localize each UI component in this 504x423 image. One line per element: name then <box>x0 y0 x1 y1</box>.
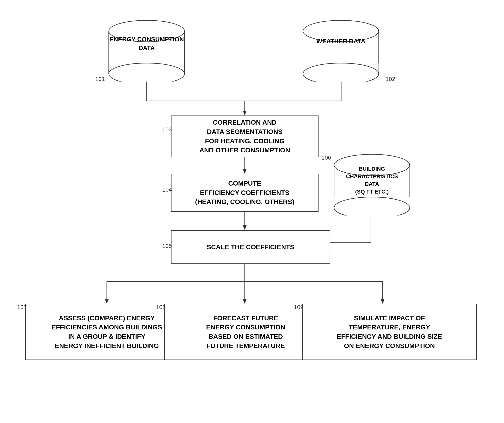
svg-marker-17 <box>243 299 247 304</box>
svg-marker-19 <box>381 299 384 304</box>
svg-marker-4 <box>243 111 247 115</box>
forecast-label: FORECAST FUTUREENERGY CONSUMPTIONBASED O… <box>206 314 285 350</box>
ref-109: 109 <box>294 304 304 310</box>
simulate-label: SIMULATE IMPACT OFTEMPERATURE, ENERGYEFF… <box>337 314 442 350</box>
svg-point-34 <box>334 197 410 215</box>
ref-103: 103 <box>162 126 172 133</box>
ref-101: 101 <box>95 76 105 82</box>
weather-db-label: WEATHER DATA <box>297 37 384 46</box>
ref-107: 107 <box>17 304 27 310</box>
svg-marker-8 <box>243 225 247 230</box>
simulate-box: SIMULATE IMPACT OFTEMPERATURE, ENERGYEFF… <box>302 304 477 360</box>
compute-box: COMPUTEEFFICIENCY COEFFICIENTS(HEATING, … <box>171 174 318 212</box>
correlation-box: CORRELATION ANDDATA SEGMENTATIONSFOR HEA… <box>171 115 318 157</box>
weather-db-node: WEATHER DATA <box>297 19 384 82</box>
diagram: ENERGY CONSUMPTION DATA WEATHER DATA BUI… <box>0 0 504 423</box>
ref-102: 102 <box>385 76 395 82</box>
svg-marker-15 <box>105 299 109 304</box>
energy-db-label: ENERGY CONSUMPTION DATA <box>103 35 190 52</box>
correlation-label: CORRELATION ANDDATA SEGMENTATIONSFOR HEA… <box>199 118 290 155</box>
svg-point-24 <box>109 63 185 82</box>
ref-108: 108 <box>156 304 166 310</box>
ref-105: 105 <box>162 243 172 249</box>
building-db-node: BUILDINGCHARACTERISTICSDATA(SQ FT ETC.) <box>328 153 416 215</box>
scale-box: SCALE THE COEFFICIENTS <box>171 230 330 264</box>
scale-label: SCALE THE COEFFICIENTS <box>207 243 294 252</box>
assess-label: ASSESS (COMPARE) ENERGYEFFICIENCIES AMON… <box>51 314 162 350</box>
compute-label: COMPUTEEFFICIENCY COEFFICIENTS(HEATING, … <box>195 179 294 207</box>
svg-point-29 <box>303 63 379 82</box>
building-db-label: BUILDINGCHARACTERISTICSDATA(SQ FT ETC.) <box>328 165 416 196</box>
svg-marker-6 <box>243 169 247 174</box>
ref-104: 104 <box>162 186 172 193</box>
ref-106: 106 <box>321 154 331 161</box>
assess-box: ASSESS (COMPARE) ENERGYEFFICIENCIES AMON… <box>25 304 188 360</box>
energy-db-node: ENERGY CONSUMPTION DATA <box>103 19 190 82</box>
